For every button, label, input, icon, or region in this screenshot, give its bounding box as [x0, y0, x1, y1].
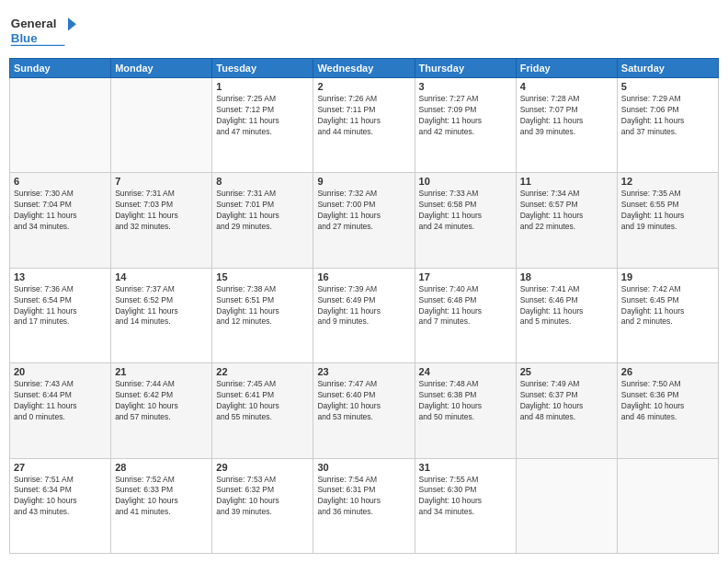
day-info: Sunrise: 7:48 AM Sunset: 6:38 PM Dayligh…	[419, 379, 512, 423]
logo-svg: General Blue	[9, 9, 83, 51]
calendar-week-4: 20Sunrise: 7:43 AM Sunset: 6:44 PM Dayli…	[10, 363, 719, 458]
calendar-cell: 22Sunrise: 7:45 AM Sunset: 6:41 PM Dayli…	[212, 363, 313, 458]
day-info: Sunrise: 7:52 AM Sunset: 6:33 PM Dayligh…	[115, 475, 208, 519]
day-number: 23	[317, 366, 410, 377]
day-number: 13	[14, 271, 107, 282]
calendar-cell: 17Sunrise: 7:40 AM Sunset: 6:48 PM Dayli…	[415, 268, 516, 362]
day-number: 17	[419, 271, 512, 282]
day-number: 14	[115, 271, 208, 282]
calendar-cell: 15Sunrise: 7:38 AM Sunset: 6:51 PM Dayli…	[212, 268, 313, 362]
calendar-cell	[10, 78, 111, 173]
day-number: 20	[14, 366, 107, 377]
calendar-week-3: 13Sunrise: 7:36 AM Sunset: 6:54 PM Dayli…	[10, 268, 719, 362]
calendar-cell: 9Sunrise: 7:32 AM Sunset: 7:00 PM Daylig…	[313, 173, 415, 268]
calendar-cell: 30Sunrise: 7:54 AM Sunset: 6:31 PM Dayli…	[313, 458, 415, 553]
day-number: 26	[621, 366, 714, 377]
day-info: Sunrise: 7:54 AM Sunset: 6:31 PM Dayligh…	[317, 475, 410, 519]
day-number: 3	[419, 81, 512, 92]
day-info: Sunrise: 7:32 AM Sunset: 7:00 PM Dayligh…	[317, 189, 410, 233]
day-number: 5	[621, 81, 714, 92]
day-info: Sunrise: 7:29 AM Sunset: 7:06 PM Dayligh…	[621, 94, 714, 138]
day-info: Sunrise: 7:26 AM Sunset: 7:11 PM Dayligh…	[317, 94, 410, 138]
calendar-header-saturday: Saturday	[617, 59, 718, 78]
calendar-header-sunday: Sunday	[10, 59, 111, 78]
svg-marker-1	[68, 17, 76, 30]
day-info: Sunrise: 7:31 AM Sunset: 7:03 PM Dayligh…	[115, 189, 208, 233]
day-info: Sunrise: 7:39 AM Sunset: 6:49 PM Dayligh…	[317, 284, 410, 328]
calendar-header-thursday: Thursday	[415, 59, 516, 78]
calendar-cell: 21Sunrise: 7:44 AM Sunset: 6:42 PM Dayli…	[111, 363, 212, 458]
day-number: 10	[419, 176, 512, 187]
calendar-cell: 12Sunrise: 7:35 AM Sunset: 6:55 PM Dayli…	[617, 173, 718, 268]
day-number: 27	[14, 462, 107, 473]
calendar-cell: 27Sunrise: 7:51 AM Sunset: 6:34 PM Dayli…	[10, 458, 111, 553]
day-number: 25	[520, 366, 613, 377]
day-number: 1	[216, 81, 309, 92]
day-info: Sunrise: 7:45 AM Sunset: 6:41 PM Dayligh…	[216, 379, 309, 423]
day-number: 31	[419, 462, 512, 473]
calendar-cell: 1Sunrise: 7:25 AM Sunset: 7:12 PM Daylig…	[212, 78, 313, 173]
day-number: 2	[317, 81, 410, 92]
day-info: Sunrise: 7:49 AM Sunset: 6:37 PM Dayligh…	[520, 379, 613, 423]
calendar-week-1: 1Sunrise: 7:25 AM Sunset: 7:12 PM Daylig…	[10, 78, 719, 173]
calendar-cell: 20Sunrise: 7:43 AM Sunset: 6:44 PM Dayli…	[10, 363, 111, 458]
day-info: Sunrise: 7:27 AM Sunset: 7:09 PM Dayligh…	[419, 94, 512, 138]
day-number: 30	[317, 462, 410, 473]
day-info: Sunrise: 7:34 AM Sunset: 6:57 PM Dayligh…	[520, 189, 613, 233]
day-info: Sunrise: 7:42 AM Sunset: 6:45 PM Dayligh…	[621, 284, 714, 328]
calendar-cell: 4Sunrise: 7:28 AM Sunset: 7:07 PM Daylig…	[516, 78, 617, 173]
logo: General Blue	[9, 9, 83, 51]
day-number: 12	[621, 176, 714, 187]
day-number: 9	[317, 176, 410, 187]
calendar-header-tuesday: Tuesday	[212, 59, 313, 78]
day-info: Sunrise: 7:40 AM Sunset: 6:48 PM Dayligh…	[419, 284, 512, 328]
calendar-cell: 8Sunrise: 7:31 AM Sunset: 7:01 PM Daylig…	[212, 173, 313, 268]
day-info: Sunrise: 7:53 AM Sunset: 6:32 PM Dayligh…	[216, 475, 309, 519]
calendar-cell: 29Sunrise: 7:53 AM Sunset: 6:32 PM Dayli…	[212, 458, 313, 553]
day-number: 4	[520, 81, 613, 92]
day-number: 29	[216, 462, 309, 473]
calendar-cell	[111, 78, 212, 173]
calendar-header-monday: Monday	[111, 59, 212, 78]
day-info: Sunrise: 7:33 AM Sunset: 6:58 PM Dayligh…	[419, 189, 512, 233]
calendar-cell: 14Sunrise: 7:37 AM Sunset: 6:52 PM Dayli…	[111, 268, 212, 362]
calendar-cell	[516, 458, 617, 553]
day-number: 8	[216, 176, 309, 187]
calendar-week-2: 6Sunrise: 7:30 AM Sunset: 7:04 PM Daylig…	[10, 173, 719, 268]
calendar-cell: 28Sunrise: 7:52 AM Sunset: 6:33 PM Dayli…	[111, 458, 212, 553]
header: General Blue	[9, 9, 719, 51]
day-info: Sunrise: 7:50 AM Sunset: 6:36 PM Dayligh…	[621, 379, 714, 423]
calendar-cell: 7Sunrise: 7:31 AM Sunset: 7:03 PM Daylig…	[111, 173, 212, 268]
calendar-cell: 26Sunrise: 7:50 AM Sunset: 6:36 PM Dayli…	[617, 363, 718, 458]
day-number: 7	[115, 176, 208, 187]
calendar-cell: 2Sunrise: 7:26 AM Sunset: 7:11 PM Daylig…	[313, 78, 415, 173]
day-number: 21	[115, 366, 208, 377]
calendar-week-5: 27Sunrise: 7:51 AM Sunset: 6:34 PM Dayli…	[10, 458, 719, 553]
day-info: Sunrise: 7:28 AM Sunset: 7:07 PM Dayligh…	[520, 94, 613, 138]
day-info: Sunrise: 7:41 AM Sunset: 6:46 PM Dayligh…	[520, 284, 613, 328]
day-info: Sunrise: 7:25 AM Sunset: 7:12 PM Dayligh…	[216, 94, 309, 138]
calendar-cell: 6Sunrise: 7:30 AM Sunset: 7:04 PM Daylig…	[10, 173, 111, 268]
day-info: Sunrise: 7:37 AM Sunset: 6:52 PM Dayligh…	[115, 284, 208, 328]
calendar-cell: 5Sunrise: 7:29 AM Sunset: 7:06 PM Daylig…	[617, 78, 718, 173]
day-info: Sunrise: 7:43 AM Sunset: 6:44 PM Dayligh…	[14, 379, 107, 423]
day-info: Sunrise: 7:31 AM Sunset: 7:01 PM Dayligh…	[216, 189, 309, 233]
day-info: Sunrise: 7:44 AM Sunset: 6:42 PM Dayligh…	[115, 379, 208, 423]
calendar-table: SundayMondayTuesdayWednesdayThursdayFrid…	[9, 58, 719, 554]
day-info: Sunrise: 7:36 AM Sunset: 6:54 PM Dayligh…	[14, 284, 107, 328]
svg-text:General: General	[11, 17, 57, 30]
calendar-header-friday: Friday	[516, 59, 617, 78]
day-info: Sunrise: 7:30 AM Sunset: 7:04 PM Dayligh…	[14, 189, 107, 233]
calendar-cell: 23Sunrise: 7:47 AM Sunset: 6:40 PM Dayli…	[313, 363, 415, 458]
day-number: 16	[317, 271, 410, 282]
calendar-cell: 13Sunrise: 7:36 AM Sunset: 6:54 PM Dayli…	[10, 268, 111, 362]
calendar-cell: 11Sunrise: 7:34 AM Sunset: 6:57 PM Dayli…	[516, 173, 617, 268]
calendar-cell: 3Sunrise: 7:27 AM Sunset: 7:09 PM Daylig…	[415, 78, 516, 173]
day-number: 18	[520, 271, 613, 282]
day-number: 24	[419, 366, 512, 377]
day-number: 22	[216, 366, 309, 377]
calendar-header-row: SundayMondayTuesdayWednesdayThursdayFrid…	[10, 59, 719, 78]
calendar-header-wednesday: Wednesday	[313, 59, 415, 78]
calendar-cell: 10Sunrise: 7:33 AM Sunset: 6:58 PM Dayli…	[415, 173, 516, 268]
calendar-cell	[617, 458, 718, 553]
